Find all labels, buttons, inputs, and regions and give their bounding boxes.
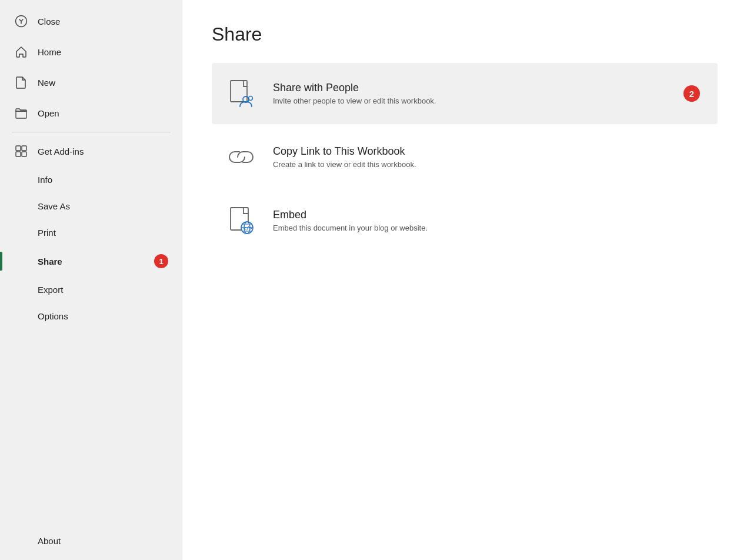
svg-rect-4 (16, 152, 21, 156)
svg-rect-3 (22, 146, 26, 151)
sidebar-item-open-label: Open (38, 108, 168, 118)
open-icon (14, 106, 28, 120)
sidebar-item-home[interactable]: Home (0, 36, 182, 67)
sidebar-item-export-label: Export (38, 285, 168, 295)
share-with-people-badge: 2 (683, 85, 700, 102)
svg-text:</>: </> (244, 226, 252, 231)
sidebar-item-info-label: Info (38, 175, 168, 185)
page-title: Share (212, 24, 718, 45)
copy-link-icon (224, 139, 259, 175)
sidebar-item-about-label: About (38, 536, 168, 546)
add-ins-icon (14, 144, 28, 158)
sidebar-item-print-label: Print (38, 228, 168, 238)
sidebar-item-new-label: New (38, 78, 168, 88)
sidebar-item-share[interactable]: Share 1 (0, 246, 182, 276)
share-people-icon (224, 76, 259, 111)
share-with-people-title: Share with People (273, 82, 436, 94)
copy-link-description: Create a link to view or edit this workb… (273, 160, 416, 169)
sidebar-item-get-add-ins-label: Get Add-ins (38, 146, 168, 156)
sidebar-item-save-as[interactable]: Save As (0, 193, 182, 219)
sidebar-item-about[interactable]: About (0, 528, 182, 554)
sidebar-item-close[interactable]: Close (0, 6, 182, 36)
sidebar-item-share-label: Share (38, 256, 148, 266)
sidebar-item-options-label: Options (38, 311, 168, 321)
share-with-people-option[interactable]: Share with People Invite other people to… (212, 63, 718, 124)
sidebar-item-home-label: Home (38, 47, 168, 57)
svg-rect-6 (231, 81, 247, 102)
new-icon (14, 75, 28, 89)
svg-rect-5 (22, 152, 26, 156)
sidebar: Close Home New Open (0, 0, 182, 560)
close-icon (14, 14, 28, 28)
sidebar-divider-1 (12, 132, 171, 132)
sidebar-item-save-as-label: Save As (38, 201, 168, 211)
sidebar-item-get-add-ins[interactable]: Get Add-ins (0, 136, 182, 166)
svg-rect-2 (16, 146, 21, 151)
copy-link-text: Copy Link to This Workbook Create a link… (273, 145, 416, 169)
embed-option[interactable]: </> Embed Embed this document in your bl… (212, 190, 718, 251)
home-icon (14, 45, 28, 59)
sidebar-bottom: About (0, 528, 182, 560)
sidebar-item-open[interactable]: Open (0, 98, 182, 128)
embed-description: Embed this document in your blog or webs… (273, 224, 428, 232)
share-with-people-description: Invite other people to view or edit this… (273, 96, 436, 105)
sidebar-item-print[interactable]: Print (0, 219, 182, 246)
sidebar-item-info[interactable]: Info (0, 166, 182, 193)
sidebar-item-close-label: Close (38, 16, 168, 26)
copy-link-title: Copy Link to This Workbook (273, 145, 416, 158)
share-badge: 1 (154, 254, 168, 268)
share-with-people-text: Share with People Invite other people to… (273, 82, 436, 105)
sidebar-item-export[interactable]: Export (0, 276, 182, 303)
sidebar-item-new[interactable]: New (0, 67, 182, 98)
sidebar-item-options[interactable]: Options (0, 303, 182, 329)
embed-title: Embed (273, 209, 428, 221)
copy-link-option[interactable]: Copy Link to This Workbook Create a link… (212, 126, 718, 188)
embed-icon: </> (224, 203, 259, 238)
main-content: Share Share with People Invite other peo… (182, 0, 747, 560)
embed-text: Embed Embed this document in your blog o… (273, 209, 428, 232)
